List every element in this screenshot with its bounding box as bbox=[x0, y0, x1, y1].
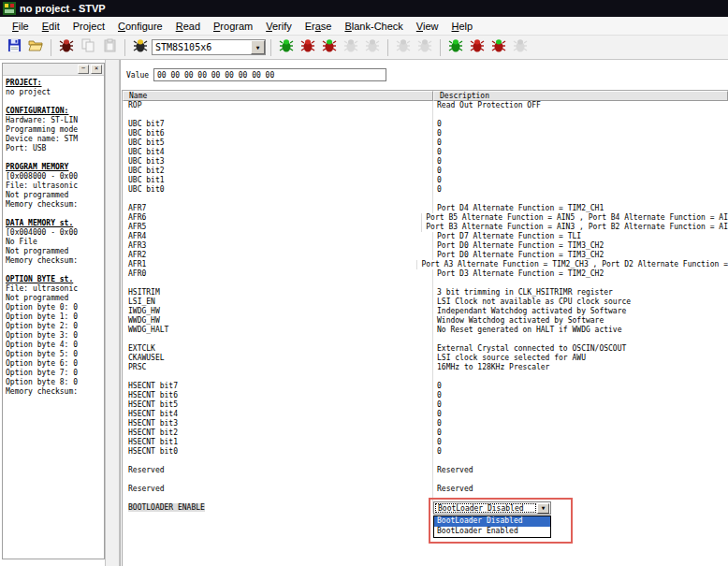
program-tab-button[interactable] bbox=[298, 38, 318, 57]
table-row[interactable]: UBC bit40 bbox=[123, 148, 728, 157]
table-header: Name Description bbox=[123, 91, 728, 101]
toolbar-separator bbox=[440, 39, 441, 56]
table-row[interactable]: IWDG_HWIndependant Watchdog activated by… bbox=[123, 307, 728, 316]
save-button[interactable] bbox=[4, 38, 24, 57]
menu-read[interactable]: Read bbox=[169, 19, 207, 34]
copy-icon bbox=[81, 38, 95, 56]
table-row[interactable]: HSECNT bit30 bbox=[123, 419, 728, 428]
sidebar-line: Memory checksum: bbox=[6, 387, 104, 397]
table-row[interactable]: AFR3Port D0 Alternate Function = TIM3_CH… bbox=[123, 241, 728, 251]
table-row[interactable]: AFR2Port D0 Alternate Function = TIM3_CH… bbox=[123, 251, 728, 260]
bootloader-combo[interactable]: BootLoader Disabled▼ bbox=[433, 501, 551, 515]
table-row bbox=[123, 195, 728, 204]
option-description-cell: Port D4 Alternate Function = TIM2_CH1 bbox=[433, 204, 728, 213]
table-row[interactable]: UBC bit10 bbox=[123, 176, 728, 185]
option-name-cell: AFR4 bbox=[123, 232, 433, 241]
dropdown-option[interactable]: BootLoader Disabled bbox=[434, 516, 550, 527]
table-row[interactable]: HSECNT bit20 bbox=[123, 428, 728, 438]
table-row bbox=[123, 457, 728, 466]
toolbar-separator bbox=[51, 39, 51, 56]
option-name-cell: CKAWUSEL bbox=[123, 354, 433, 363]
table-row[interactable]: UBC bit50 bbox=[123, 138, 728, 148]
table-row[interactable]: HSECNT bit70 bbox=[123, 382, 728, 391]
verify-all-tabs-button[interactable] bbox=[488, 38, 509, 57]
read-all-tabs-button[interactable] bbox=[445, 38, 466, 57]
chevron-down-icon[interactable]: ▼ bbox=[537, 503, 549, 514]
verify-tab-button[interactable] bbox=[319, 38, 340, 57]
chevron-down-icon[interactable]: ▼ bbox=[251, 40, 265, 54]
dock-close-button[interactable]: × bbox=[91, 65, 102, 74]
menu-file[interactable]: File bbox=[6, 19, 36, 34]
menu-edit[interactable]: Edit bbox=[36, 19, 66, 34]
chip-red-icon bbox=[470, 38, 485, 57]
dock-panel-header: −× bbox=[3, 64, 104, 76]
option-name-cell bbox=[123, 475, 433, 485]
sidebar-line: Programming mode bbox=[6, 125, 104, 135]
select-device-button[interactable] bbox=[130, 38, 151, 57]
option-description-cell: 0 bbox=[433, 167, 728, 176]
menu-help[interactable]: Help bbox=[445, 19, 480, 34]
table-row[interactable]: ReservedReserved bbox=[123, 466, 728, 475]
option-name-cell: EXTCLK bbox=[123, 344, 433, 354]
table-row[interactable]: WWDG_HWWindow Watchdog activated by Soft… bbox=[123, 316, 728, 326]
table-row[interactable]: CKAWUSELLSI clock source selected for AW… bbox=[123, 354, 728, 363]
table-row[interactable]: HSECNT bit00 bbox=[123, 447, 728, 457]
table-row[interactable]: AFR7Port D4 Alternate Function = TIM2_CH… bbox=[123, 204, 728, 213]
table-row[interactable]: HSECNT bit10 bbox=[123, 438, 728, 447]
menu-blankcheck[interactable]: Blank-Check bbox=[338, 19, 409, 34]
option-description-cell: Reserved bbox=[433, 466, 728, 475]
dropdown-option[interactable]: BootLoader Enabled bbox=[434, 527, 550, 537]
sidebar-line: Option byte 6: 0 bbox=[6, 359, 104, 369]
sidebar-line: Option byte 2: 0 bbox=[6, 322, 104, 331]
option-description-cell: 0 bbox=[433, 148, 728, 157]
table-row[interactable]: ReservedReserved bbox=[123, 485, 728, 494]
option-name-cell: UBC bit7 bbox=[123, 120, 433, 129]
option-byte-table: Name Description ROPRead Out Protection … bbox=[122, 90, 728, 566]
option-description-cell: Reserved bbox=[433, 485, 728, 494]
table-row[interactable]: AFR6Port B5 Alternate Function = AIN5 , … bbox=[123, 213, 728, 223]
read-tab-button[interactable] bbox=[276, 38, 297, 57]
column-header-description[interactable]: Description bbox=[433, 91, 728, 101]
toolbar-separator bbox=[387, 39, 388, 56]
table-row[interactable]: UBC bit30 bbox=[123, 157, 728, 167]
menu-program[interactable]: Program bbox=[207, 19, 259, 34]
open-file-button[interactable] bbox=[25, 38, 46, 57]
menu-configure[interactable]: Configure bbox=[111, 19, 169, 34]
menu-project[interactable]: Project bbox=[66, 19, 111, 34]
table-row[interactable]: AFR1Port A3 Alternate Function = TIM2_CH… bbox=[123, 260, 728, 269]
table-row[interactable]: UBC bit60 bbox=[123, 129, 728, 138]
table-row[interactable]: UBC bit00 bbox=[123, 185, 728, 195]
option-name-cell: HSECNT bit3 bbox=[123, 419, 433, 428]
value-input[interactable] bbox=[153, 68, 386, 81]
table-row[interactable]: UBC bit70 bbox=[123, 120, 728, 129]
table-row[interactable]: HSECNT bit40 bbox=[123, 410, 728, 419]
table-row[interactable]: BOOTLOADER ENABLEBootLoader Disabled▼Boo… bbox=[123, 503, 728, 513]
program-all-tabs-button[interactable] bbox=[467, 38, 488, 57]
program-device-button[interactable] bbox=[56, 38, 77, 57]
table-row[interactable]: HSITRIM3 bit trimming in CLK_HSITRIMR re… bbox=[123, 288, 728, 298]
table-row[interactable]: HSECNT bit50 bbox=[123, 400, 728, 410]
table-row[interactable]: WWDG_HALTNo Reset generated on HALT if W… bbox=[123, 326, 728, 335]
table-row[interactable]: EXTCLKExternal Crystal connected to OSCI… bbox=[123, 344, 728, 354]
option-description-cell: 0 bbox=[433, 138, 728, 148]
dock-minimize-button[interactable]: − bbox=[78, 65, 89, 74]
table-row[interactable]: AFR5Port B3 Alternate Function = AIN3 , … bbox=[123, 223, 728, 232]
table-row[interactable]: HSECNT bit60 bbox=[123, 391, 728, 400]
sidebar-line: No File bbox=[6, 238, 104, 247]
device-select[interactable]: STM8S105x6▼ bbox=[152, 39, 266, 55]
table-row[interactable]: PRSC16MHz to 128KHz Prescaler bbox=[123, 363, 728, 372]
option-description-cell: LSI clock source selected for AWU bbox=[433, 354, 728, 363]
table-row[interactable]: UBC bit20 bbox=[123, 167, 728, 176]
menu-erase[interactable]: Erase bbox=[298, 19, 339, 34]
panel-splitter[interactable] bbox=[105, 60, 120, 566]
table-row[interactable]: LSI_ENLSI Clock not available as CPU clo… bbox=[123, 298, 728, 307]
option-name-cell: ROP bbox=[123, 101, 433, 110]
table-row[interactable]: ROPRead Out Protection OFF bbox=[123, 101, 728, 110]
option-name-cell: HSECNT bit4 bbox=[123, 410, 433, 419]
sidebar-line: Option byte 5: 0 bbox=[6, 350, 104, 359]
table-row[interactable]: AFR4Port D7 Alternate Function = TLI bbox=[123, 232, 728, 241]
table-row[interactable]: AFR0Port D3 Alternate Function = TIM2_CH… bbox=[123, 269, 728, 279]
menu-view[interactable]: View bbox=[410, 19, 445, 34]
column-header-name[interactable]: Name bbox=[123, 91, 433, 101]
menu-verify[interactable]: Verify bbox=[259, 19, 298, 34]
